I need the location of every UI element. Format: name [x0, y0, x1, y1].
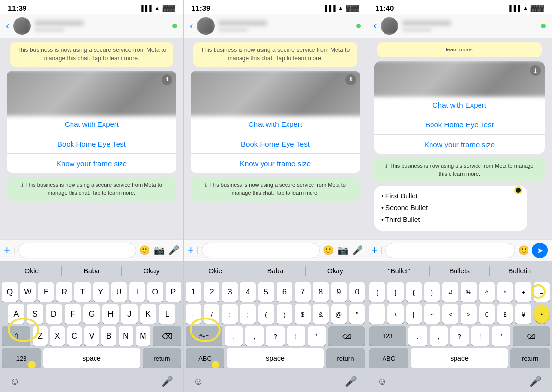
key-abc-3[interactable]: ABC	[369, 348, 408, 368]
key-euro[interactable]: €	[479, 304, 495, 324]
key-slash[interactable]: /	[204, 304, 219, 324]
back-button-2[interactable]: ‹	[190, 20, 193, 32]
key-abc[interactable]: ABC	[186, 348, 224, 368]
key-lt[interactable]: <	[442, 304, 458, 324]
key-0[interactable]: 0	[349, 282, 365, 302]
key-d[interactable]: D	[46, 304, 62, 324]
message-input-3[interactable]	[385, 243, 515, 258]
key-w[interactable]: W	[20, 282, 36, 302]
key-exclaim[interactable]: !	[287, 326, 305, 346]
key-delete-3[interactable]: ⌫	[513, 326, 550, 346]
key-percent[interactable]: %	[461, 282, 477, 302]
key-comma-3[interactable]: ,	[430, 326, 448, 346]
key-at[interactable]: @	[331, 304, 347, 324]
key-c[interactable]: C	[67, 326, 82, 346]
autocomplete-word-2-1[interactable]: Okay	[122, 266, 181, 276]
key-lcurl[interactable]: {	[406, 282, 422, 302]
key-4[interactable]: 4	[240, 282, 256, 302]
key-colon[interactable]: :	[222, 304, 238, 324]
emoji-icon-1[interactable]: ☺	[10, 376, 20, 387]
chat-expert-btn-3[interactable]: Chat with Expert	[374, 96, 545, 115]
frame-size-btn-2[interactable]: Know your frame size	[191, 154, 360, 173]
key-period[interactable]: .	[225, 326, 243, 346]
add-attachment-btn-2[interactable]: +	[188, 244, 194, 257]
key-r[interactable]: R	[56, 282, 72, 302]
autocomplete-word-1-1[interactable]: Baba	[62, 266, 121, 276]
key-p[interactable]: P	[166, 282, 181, 302]
key-yen[interactable]: ¥	[515, 304, 531, 324]
info-icon-1[interactable]: ℹ	[162, 74, 172, 85]
autocomplete-word-1-2[interactable]: Baba	[245, 266, 305, 276]
key-g[interactable]: G	[83, 304, 100, 324]
key-caret[interactable]: ^	[479, 282, 495, 302]
chat-expert-btn-2[interactable]: Chat with Expert	[191, 115, 360, 134]
key-pound[interactable]: £	[497, 304, 513, 324]
key-9[interactable]: 9	[331, 282, 347, 302]
mic-bottom-icon-2[interactable]: 🎤	[345, 375, 357, 387]
key-space[interactable]: space	[43, 348, 140, 368]
key-dollar[interactable]: $	[295, 304, 311, 324]
emoji-icon-3[interactable]: ☺	[377, 376, 387, 387]
key-gt[interactable]: >	[461, 304, 477, 324]
message-input-1[interactable]	[18, 243, 136, 258]
key-i[interactable]: I	[129, 282, 145, 302]
autocomplete-word-0-2[interactable]: Okie	[186, 266, 245, 276]
key-f[interactable]: F	[65, 304, 81, 324]
key-3[interactable]: 3	[222, 282, 238, 302]
key-shift[interactable]: ⇧	[2, 326, 30, 346]
chat-expert-btn-1[interactable]: Chat with Expert	[7, 115, 176, 134]
key-1[interactable]: 1	[186, 282, 201, 302]
key-e[interactable]: E	[38, 282, 54, 302]
key-hash[interactable]: #	[442, 282, 458, 302]
book-eye-test-btn-1[interactable]: Book Home Eye Test	[7, 134, 176, 154]
key-space-3[interactable]: space	[411, 348, 508, 368]
camera-icon-1[interactable]: 📷	[154, 245, 165, 256]
key-bullet-yellow[interactable]: •	[534, 304, 550, 324]
key-return-2[interactable]: return	[326, 348, 365, 368]
key-question[interactable]: ?	[266, 326, 284, 346]
sticker-icon-1[interactable]: 🙂	[139, 245, 150, 256]
key-7[interactable]: 7	[295, 282, 311, 302]
frame-size-btn-1[interactable]: Know your frame size	[7, 154, 176, 173]
mic-icon-2[interactable]: 🎤	[352, 245, 363, 256]
camera-icon-2[interactable]: 📷	[337, 245, 348, 256]
mic-icon-1[interactable]: 🎤	[168, 245, 179, 256]
key-plus[interactable]: +	[515, 282, 531, 302]
autocomplete-word-2-2[interactable]: Okay	[306, 266, 365, 276]
key-quote[interactable]: "	[349, 304, 365, 324]
info-icon-2[interactable]: ℹ	[345, 74, 356, 85]
key-v[interactable]: V	[84, 326, 99, 346]
mic-bottom-icon-3[interactable]: 🎤	[529, 375, 542, 387]
key-j[interactable]: J	[121, 304, 138, 324]
key-backslash[interactable]: \	[387, 304, 403, 324]
key-rcurl[interactable]: }	[424, 282, 440, 302]
key-123[interactable]: 123	[2, 348, 41, 368]
key-apostrophe[interactable]: '	[308, 326, 326, 346]
key-pipe[interactable]: |	[406, 304, 422, 324]
mic-bottom-icon-1[interactable]: 🎤	[161, 375, 173, 387]
key-q[interactable]: Q	[2, 282, 18, 302]
add-attachment-btn-1[interactable]: +	[4, 244, 10, 257]
autocomplete-word-0-3[interactable]: "Bullet"	[369, 266, 430, 276]
back-button-1[interactable]: ‹	[6, 20, 9, 32]
key-t[interactable]: T	[74, 282, 90, 302]
key-rbracket[interactable]: ]	[387, 282, 403, 302]
key-tilde[interactable]: ~	[424, 304, 440, 324]
autocomplete-word-2-3[interactable]: Bulletin	[490, 266, 550, 276]
autocomplete-word-1-3[interactable]: Bullets	[430, 266, 490, 276]
key-u[interactable]: U	[111, 282, 127, 302]
key-l[interactable]: L	[159, 304, 175, 324]
key-return-3[interactable]: return	[510, 348, 550, 368]
key-equals[interactable]: =	[534, 282, 550, 302]
key-delete-2[interactable]: ⌫	[328, 326, 365, 346]
key-n[interactable]: N	[119, 326, 133, 346]
sticker-icon-2[interactable]: 🙂	[323, 245, 334, 256]
key-6[interactable]: 6	[277, 282, 292, 302]
key-8[interactable]: 8	[313, 282, 329, 302]
key-m[interactable]: M	[136, 326, 150, 346]
book-eye-test-btn-3[interactable]: Book Home Eye Test	[374, 115, 545, 135]
key-z[interactable]: Z	[33, 326, 48, 346]
key-a[interactable]: A	[8, 304, 24, 324]
book-eye-test-btn-2[interactable]: Book Home Eye Test	[191, 134, 360, 154]
key-question-3[interactable]: ?	[450, 326, 469, 346]
